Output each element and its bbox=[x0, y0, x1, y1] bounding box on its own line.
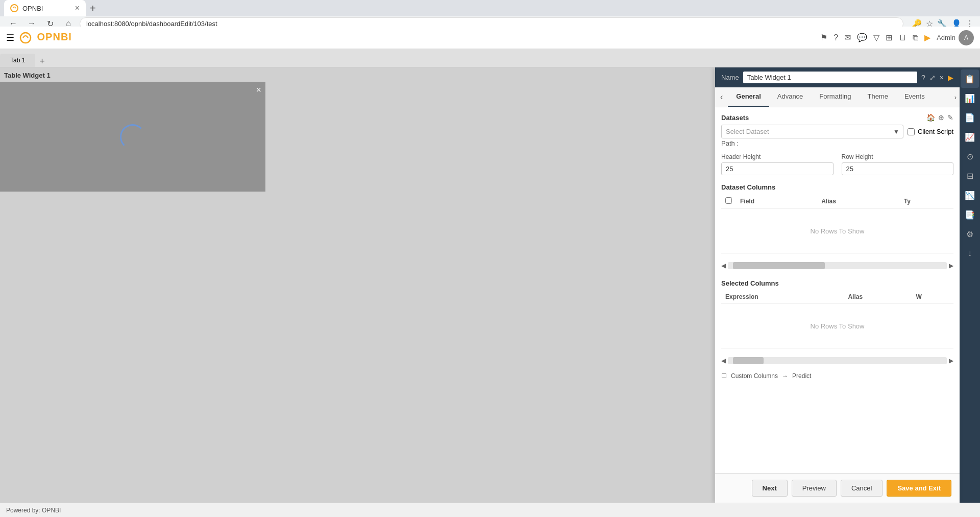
config-header-icons: ? ⤢ × ▶ bbox=[921, 74, 953, 82]
tab-events[interactable]: Events bbox=[896, 87, 933, 107]
selected-columns-header: Selected Columns bbox=[721, 279, 953, 287]
edit-dataset-icon[interactable]: ✎ bbox=[947, 113, 953, 122]
path-row: Path : bbox=[721, 139, 953, 147]
sidebar-icon-chart[interactable]: 📊 bbox=[961, 89, 979, 107]
sidebar-icon-download[interactable]: ↓ bbox=[961, 244, 979, 263]
app-header-left: ☰ OPNBI bbox=[6, 31, 72, 44]
tab-general[interactable]: General bbox=[728, 87, 769, 107]
selected-columns-header-row: Expression Alias W bbox=[721, 290, 953, 304]
cancel-button[interactable]: Cancel bbox=[841, 480, 883, 497]
play-config-icon[interactable]: ▶ bbox=[948, 74, 953, 82]
help-icon[interactable]: ? bbox=[921, 74, 925, 82]
scroll-right-2-icon[interactable]: ▶ bbox=[949, 357, 953, 364]
config-panel-header: Name ? ⤢ × ▶ bbox=[715, 67, 960, 87]
hamburger-menu-icon[interactable]: ☰ bbox=[6, 32, 14, 43]
header-icon-grid[interactable]: ⊞ bbox=[886, 33, 892, 42]
datasets-section: Datasets 🏠 ⊕ ✎ Select Dataset ▼ bbox=[721, 113, 953, 147]
loading-spinner bbox=[120, 124, 145, 150]
add-dataset-icon[interactable]: ⊕ bbox=[938, 113, 944, 122]
datasets-title: Datasets bbox=[721, 114, 749, 122]
widget-name-input[interactable] bbox=[743, 72, 917, 83]
user-menu[interactable]: Admin A bbox=[937, 30, 974, 45]
path-label: Path : bbox=[721, 139, 739, 147]
sidebar-icon-gear[interactable]: ⚙ bbox=[961, 225, 979, 243]
selected-no-rows: No Rows To Show bbox=[721, 304, 953, 349]
config-footer: Next Preview Cancel Save and Exit bbox=[715, 473, 960, 503]
sidebar-icon-table[interactable]: 📋 bbox=[961, 69, 979, 88]
browser-tab-active[interactable]: OPNBI × bbox=[4, 0, 86, 16]
header-icon-email[interactable]: ✉ bbox=[844, 33, 851, 42]
add-tab-button[interactable]: + bbox=[35, 56, 49, 67]
header-icon-question[interactable]: ? bbox=[834, 33, 838, 42]
selected-scroll-nav: ◀ ▶ bbox=[721, 355, 953, 366]
dataset-columns-header: Dataset Columns bbox=[721, 183, 953, 191]
tabs-bar: Tab 1 + bbox=[0, 49, 980, 67]
tab-formatting[interactable]: Formatting bbox=[811, 87, 859, 107]
custom-predict-row: ☐ Custom Columns → Predict bbox=[721, 372, 953, 380]
dataset-scrollbar[interactable] bbox=[728, 262, 947, 269]
home-dataset-icon[interactable]: 🏠 bbox=[926, 113, 935, 122]
tab-label: OPNBI bbox=[22, 5, 71, 12]
dataset-select-row: Select Dataset ▼ Client Script bbox=[721, 125, 953, 138]
header-icon-screen[interactable]: 🖥 bbox=[898, 33, 906, 42]
app-header: ☰ OPNBI ⚑ ? ✉ 💬 ▽ ⊞ 🖥 ⧉ ▶ Admin A bbox=[0, 27, 980, 49]
svg-point-0 bbox=[11, 5, 18, 12]
height-row: Header Height Row Height bbox=[721, 153, 953, 175]
scroll-left-icon[interactable]: ◀ bbox=[721, 262, 726, 269]
selected-columns-table: Expression Alias W No Rows To Show bbox=[721, 290, 953, 349]
width-col-header: W bbox=[912, 290, 953, 304]
scroll-right-icon[interactable]: ▶ bbox=[949, 262, 953, 269]
name-label: Name bbox=[721, 74, 739, 81]
move-icon[interactable]: ⤢ bbox=[929, 74, 936, 82]
header-icon-copy[interactable]: ⧉ bbox=[913, 33, 918, 42]
header-icon-chat[interactable]: 💬 bbox=[857, 33, 867, 42]
config-back-button[interactable]: ‹ bbox=[715, 87, 728, 107]
save-exit-button[interactable]: Save and Exit bbox=[887, 480, 951, 497]
close-config-icon[interactable]: × bbox=[940, 74, 944, 82]
client-script-checkbox[interactable] bbox=[908, 128, 915, 135]
sidebar-icon-line-chart[interactable]: 📈 bbox=[961, 128, 979, 146]
select-all-checkbox[interactable] bbox=[725, 197, 732, 204]
next-button[interactable]: Next bbox=[752, 480, 788, 497]
header-icon-play[interactable]: ▶ bbox=[924, 33, 930, 42]
selected-alias-col-header: Alias bbox=[844, 290, 912, 304]
browser-tabs: OPNBI × + bbox=[0, 0, 980, 16]
dataset-no-rows: No Rows To Show bbox=[721, 209, 953, 254]
config-body: Datasets 🏠 ⊕ ✎ Select Dataset ▼ bbox=[715, 107, 960, 473]
tab-close-icon[interactable]: × bbox=[75, 4, 80, 13]
main-content: Table Widget 1 × Name ? ⤢ × ▶ ‹ bbox=[0, 67, 980, 503]
tab-theme[interactable]: Theme bbox=[859, 87, 896, 107]
sidebar-icon-report[interactable]: 📑 bbox=[961, 205, 979, 224]
widget-close-icon[interactable]: × bbox=[256, 85, 261, 96]
predict-label: Predict bbox=[792, 372, 811, 380]
sidebar-icon-doc[interactable]: 📄 bbox=[961, 108, 979, 127]
row-height-input[interactable] bbox=[842, 162, 954, 175]
dataset-select-wrapper: Select Dataset ▼ bbox=[721, 125, 903, 138]
header-icon-funnel[interactable]: ▽ bbox=[873, 33, 879, 42]
powered-by-label: Powered by: OPNBI bbox=[6, 507, 61, 514]
dataset-scroll-thumb bbox=[733, 262, 825, 269]
expression-col-header: Expression bbox=[721, 290, 844, 304]
client-script-label: Client Script bbox=[918, 128, 953, 135]
browser-chrome: OPNBI × + ← → ↻ ⌂ localhost:8080/opnbi/d… bbox=[0, 0, 980, 27]
selected-scrollbar[interactable] bbox=[728, 357, 947, 364]
tab-item-1[interactable]: Tab 1 bbox=[0, 54, 35, 67]
scroll-left-2-icon[interactable]: ◀ bbox=[721, 357, 726, 364]
preview-button[interactable]: Preview bbox=[792, 480, 837, 497]
sidebar-icon-minus[interactable]: ⊟ bbox=[961, 167, 979, 185]
config-tabs: ‹ General Advance Formatting Theme Event… bbox=[715, 87, 960, 107]
tabs-scroll-right-icon[interactable]: › bbox=[951, 87, 960, 107]
header-height-field: Header Height bbox=[721, 153, 834, 175]
selected-no-rows-msg: No Rows To Show bbox=[725, 307, 949, 345]
dataset-select[interactable]: Select Dataset bbox=[721, 125, 903, 138]
config-panel: Name ? ⤢ × ▶ ‹ General Advance bbox=[715, 67, 960, 503]
header-height-input[interactable] bbox=[721, 162, 834, 175]
opnbi-favicon-icon bbox=[10, 4, 18, 12]
selected-columns-title: Selected Columns bbox=[721, 279, 779, 287]
tab-advance[interactable]: Advance bbox=[769, 87, 812, 107]
checkbox-custom-icon: ☐ bbox=[721, 372, 727, 380]
new-tab-button[interactable]: + bbox=[90, 3, 96, 14]
sidebar-icon-bar-chart[interactable]: 📉 bbox=[961, 186, 979, 204]
header-icon-filter[interactable]: ⚑ bbox=[820, 33, 827, 42]
sidebar-icon-circle[interactable]: ⊙ bbox=[961, 147, 979, 166]
